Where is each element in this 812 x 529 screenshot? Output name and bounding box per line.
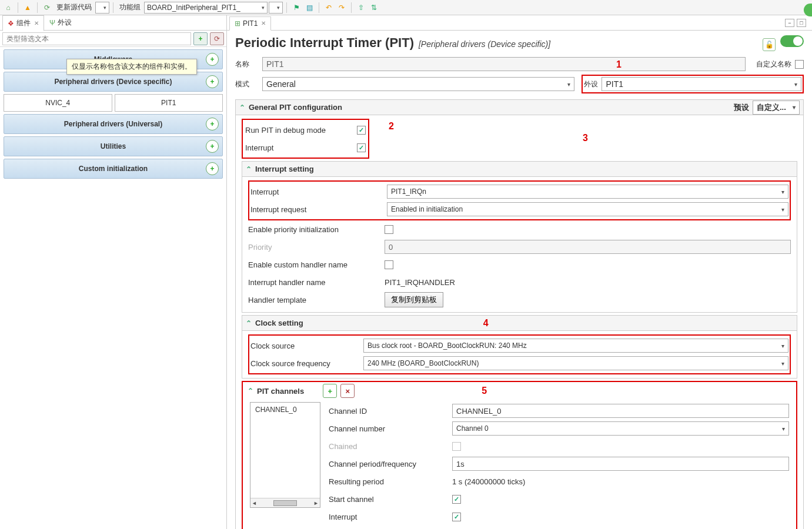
upload-icon[interactable]: ⇧	[355, 2, 367, 14]
name-row: 名称 PIT1 1 自定义名称	[235, 57, 804, 71]
tab-pit1[interactable]: ⊞ PIT1 ✕	[229, 16, 271, 31]
channel-item[interactable]: CHANNEL_0	[250, 403, 320, 417]
add-pdu-button[interactable]: +	[206, 118, 219, 130]
redo-icon[interactable]: ↷	[336, 2, 347, 14]
custom-name-checkbox[interactable]	[795, 60, 804, 69]
clkfreq-select[interactable]: 240 MHz (BOARD_BootClockRUN)	[363, 356, 788, 370]
name-field[interactable]: PIT1	[262, 57, 746, 71]
peripheral-label: 外设	[584, 79, 598, 89]
usb-icon: Ψ	[49, 19, 55, 27]
tab-components[interactable]: ❖ 组件 ✕	[2, 15, 44, 31]
item-pit1[interactable]: PIT1	[115, 94, 223, 112]
intreq-select[interactable]: Enabled in initialization	[387, 202, 788, 216]
tab-peripherals[interactable]: Ψ 外设	[44, 15, 77, 31]
refresh-icon[interactable]: ⟳	[41, 2, 53, 14]
interrupt-checkbox[interactable]	[357, 143, 366, 152]
item-nvic4[interactable]: NVIC_4	[4, 94, 112, 112]
cat-periph-device[interactable]: Peripheral drivers (Device specific) +	[4, 72, 223, 92]
interrupt-label: Interrupt	[245, 143, 357, 152]
chnint-label: Interrupt	[329, 513, 452, 521]
chained-label: Chained	[329, 442, 452, 451]
unlock-icon[interactable]: 🔓	[763, 38, 776, 51]
cat-custom-init[interactable]: Custom initialization +	[4, 159, 223, 179]
peripheral-box: 外设 PIT1	[582, 75, 804, 93]
annotation-5: 5	[482, 386, 487, 396]
fn-group-select[interactable]: BOARD_InitPeripheral_PIT1_	[144, 2, 268, 14]
add-custom-button[interactable]: +	[206, 162, 219, 175]
sync-icon[interactable]: ⇅	[368, 2, 380, 14]
category-list: Middleware + Peripheral drivers (Device …	[0, 47, 226, 529]
collapse-icon[interactable]: ⌃	[239, 103, 245, 112]
copy-clipboard-button[interactable]: 复制到剪贴板	[385, 292, 443, 307]
annotation-3: 3	[583, 133, 588, 143]
startchn-checkbox[interactable]	[452, 495, 461, 504]
section-interrupt-setting: ⌃Interrupt setting Interrupt PIT1_IRQn I…	[242, 161, 797, 313]
left-tabs: ❖ 组件 ✕ Ψ 外设	[0, 15, 226, 31]
filter-input[interactable]	[2, 32, 191, 45]
add-pdd-button[interactable]: +	[206, 75, 219, 88]
chnperiod-field[interactable]: 1s	[452, 457, 789, 471]
filter-bar: + ⟳	[0, 31, 226, 47]
preset-label: 预设	[734, 102, 749, 113]
update-src-label[interactable]: 更新源代码	[54, 2, 94, 12]
prio-field: 0	[385, 240, 791, 254]
preset-select[interactable]: 自定义...	[753, 101, 800, 115]
chnnum-label: Channel number	[329, 424, 452, 433]
chnid-field[interactable]: CHANNEL_0	[452, 404, 789, 418]
close-icon[interactable]: ✕	[261, 20, 266, 26]
hname-label: Interrupt handler name	[248, 278, 385, 287]
section-pit-channels: ⌃ PIT channels + × 5 CHANNEL_0	[242, 381, 797, 529]
encustom-checkbox[interactable]	[385, 260, 393, 269]
config-icon: ⊞	[235, 19, 240, 28]
section-clock-setting: ⌃Clock setting 4 Clock source Bus clock …	[242, 315, 797, 379]
add-channel-button[interactable]: +	[323, 384, 337, 398]
undo-icon[interactable]: ↶	[323, 2, 335, 14]
collapse-icon[interactable]: ⌃	[248, 387, 253, 395]
fn-group-menu[interactable]	[269, 2, 283, 14]
resper-value: 1 s (240000000 ticks)	[452, 477, 789, 486]
collapse-icon[interactable]: ⌃	[246, 319, 252, 327]
channel-scrollbar[interactable]: ◄►	[250, 498, 320, 507]
cat-utilities[interactable]: Utilities +	[4, 136, 223, 156]
flag-icon[interactable]: ⚑	[290, 2, 302, 14]
update-src-dropdown[interactable]	[95, 2, 109, 14]
mode-row: 模式 General 外设 PIT1	[235, 75, 804, 93]
clksrc-select[interactable]: Bus clock root - BOARD_BootClockRUN: 240…	[363, 339, 788, 353]
refresh-components-button[interactable]: ⟳	[210, 32, 224, 45]
side-handle-icon[interactable]	[804, 4, 812, 16]
warning-icon[interactable]: ▲	[22, 2, 34, 14]
add-middleware-button[interactable]: +	[206, 53, 219, 66]
page-subtitle: [Peripheral drivers (Device specific)]	[419, 39, 550, 49]
filter-tooltip: 仅显示名称包含该文本的组件和实例。	[66, 59, 197, 75]
maximize-button[interactable]: □	[797, 19, 806, 27]
int-select[interactable]: PIT1_IRQn	[387, 185, 788, 199]
prio-label: Priority	[248, 243, 385, 252]
channel-list[interactable]: CHANNEL_0 ◄►	[250, 402, 320, 508]
chnid-label: Channel ID	[329, 407, 452, 416]
enprio-checkbox[interactable]	[385, 225, 393, 234]
run-debug-label: Run PIT in debug mode	[245, 126, 357, 135]
run-debug-checkbox[interactable]	[357, 126, 366, 135]
close-icon[interactable]: ✕	[34, 20, 39, 26]
puzzle-icon: ❖	[8, 19, 14, 28]
clkfreq-label: Clock source frequency	[250, 359, 363, 368]
list-icon[interactable]: ▤	[303, 2, 315, 14]
delete-channel-button[interactable]: ×	[340, 384, 355, 398]
chnnum-select[interactable]: Channel 0	[452, 421, 789, 436]
title-row: Periodic Interrupt Timer (PIT) [Peripher…	[235, 35, 804, 51]
peripheral-select[interactable]: PIT1	[602, 77, 801, 91]
left-panel: ❖ 组件 ✕ Ψ 外设 + ⟳ 仅显示名称包含该文本的组件和实例。 Middle…	[0, 15, 227, 529]
chnint-checkbox[interactable]	[452, 513, 461, 521]
section-general-pit: ⌃ General PIT configuration 预设 自定义... Ru…	[235, 99, 804, 529]
cat-periph-universal[interactable]: Peripheral drivers (Universal) +	[4, 114, 223, 134]
startchn-label: Start channel	[329, 495, 452, 504]
home-icon[interactable]: ⌂	[2, 2, 14, 14]
enable-toggle[interactable]	[780, 35, 804, 47]
add-utilities-button[interactable]: +	[206, 140, 219, 153]
add-component-button[interactable]: +	[193, 32, 208, 45]
hname-value: PIT1_IRQHANDLER	[385, 278, 791, 287]
collapse-icon[interactable]: ⌃	[246, 165, 252, 173]
mode-label: 模式	[235, 79, 259, 89]
mode-select[interactable]: General	[262, 77, 574, 91]
minimize-button[interactable]: −	[785, 19, 794, 27]
